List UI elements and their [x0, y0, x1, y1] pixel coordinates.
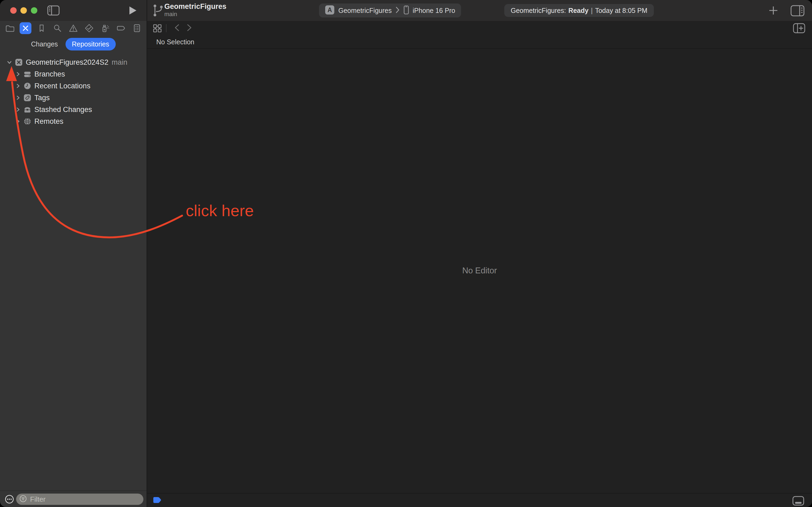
xcode-window: GeometricFigures main A GeometricFigures… — [0, 0, 812, 507]
traffic-close-button[interactable] — [10, 7, 17, 14]
add-editor-icon[interactable] — [793, 23, 806, 34]
activity-status: GeometricFigures: Ready | Today at 8:05 … — [504, 4, 654, 17]
reports-navigator-icon[interactable] — [131, 22, 143, 34]
chevron-right-icon[interactable] — [14, 95, 21, 101]
source-control-navigator-icon[interactable] — [19, 22, 32, 34]
toolbar-project-branch: main — [164, 11, 226, 17]
breakpoints-toggle-icon[interactable] — [153, 497, 162, 504]
scheme-destination-label: iPhone 16 Pro — [413, 7, 455, 14]
tree-label: Tags — [35, 94, 50, 102]
tree-label: GeometricFigures2024S2 — [26, 58, 109, 67]
globe-icon — [23, 117, 32, 126]
tag-icon — [23, 94, 32, 102]
source-control-sidebar: Changes Repositories GeometricFigures202… — [0, 36, 147, 490]
repositories-tree: GeometricFigures2024S2 main Branches — [0, 56, 147, 127]
chevron-right-icon[interactable] — [14, 83, 21, 89]
status-state-label: Ready — [569, 7, 589, 14]
tree-branch-label: main — [112, 58, 127, 67]
navigator-segmented-control: Changes Repositories — [0, 36, 147, 53]
no-editor-label: No Editor — [147, 266, 812, 276]
tree-row-recent-locations[interactable]: Recent Locations — [0, 80, 147, 92]
status-time-label: Today at 8:05 PM — [595, 7, 647, 14]
tree-row-remotes[interactable]: Remotes — [0, 115, 147, 127]
navigator-filter-bar — [0, 490, 147, 507]
tree-row-branches[interactable]: Branches — [0, 68, 147, 80]
filter-field[interactable] — [16, 494, 143, 505]
tree-row-stashed-changes[interactable]: Stashed Changes — [0, 104, 147, 115]
repository-icon — [14, 58, 23, 67]
toggle-sidebar-icon[interactable] — [47, 5, 60, 17]
jump-bar-selection: No Selection — [156, 38, 194, 46]
status-separator: | — [591, 7, 593, 14]
add-button[interactable] — [768, 6, 778, 16]
chevron-right-icon[interactable] — [14, 107, 21, 112]
editor-jump-bar: No Selection — [147, 36, 812, 49]
related-items-icon[interactable] — [152, 23, 163, 34]
tree-row-tags[interactable]: Tags — [0, 92, 147, 104]
traffic-minimize-button[interactable] — [20, 7, 27, 14]
annotation-label: click here — [186, 202, 254, 220]
ellipsis-circle-icon[interactable] — [5, 495, 14, 505]
traffic-maximize-button[interactable] — [31, 7, 37, 14]
tab-changes[interactable]: Changes — [31, 40, 58, 48]
tree-label: Remotes — [35, 117, 63, 126]
chevron-right-icon[interactable] — [14, 119, 21, 124]
breakpoints-navigator-icon[interactable] — [115, 22, 127, 34]
stash-box-icon — [23, 105, 32, 114]
filter-icon — [19, 495, 27, 504]
tree-label: Stashed Changes — [35, 106, 92, 114]
clock-icon — [23, 81, 32, 90]
tab-repositories[interactable]: Repositories — [65, 38, 116, 51]
toolbar-project-block: GeometricFigures main — [164, 2, 226, 17]
scheme-target-label: GeometricFigures — [338, 7, 392, 14]
toolbar: GeometricFigures main A GeometricFigures… — [0, 0, 812, 21]
debug-navigator-icon[interactable] — [99, 22, 111, 34]
toolbar-project-title: GeometricFigures — [164, 2, 226, 11]
app-icon: A — [325, 5, 335, 16]
tree-row-repository[interactable]: GeometricFigures2024S2 main — [0, 56, 147, 68]
find-navigator-icon[interactable] — [52, 22, 63, 34]
scheme-selector[interactable]: A GeometricFigures iPhone 16 Pro — [319, 3, 461, 17]
debug-area-toggle-icon[interactable] — [792, 496, 805, 507]
chevron-down-icon[interactable] — [6, 60, 13, 65]
go-back-icon[interactable] — [173, 23, 180, 33]
iphone-icon — [404, 5, 409, 15]
tab-bar-divider — [166, 24, 167, 32]
chevron-right-icon[interactable] — [14, 71, 21, 77]
tree-label: Branches — [35, 70, 65, 78]
bookmarks-navigator-icon[interactable] — [36, 22, 48, 34]
tree-label: Recent Locations — [35, 82, 91, 90]
chevron-right-icon — [396, 6, 400, 14]
navigator-tab-bar — [0, 21, 147, 36]
source-control-branch-icon — [152, 4, 164, 18]
run-button[interactable] — [129, 6, 137, 16]
branches-icon — [23, 70, 32, 78]
issues-navigator-icon[interactable] — [67, 22, 79, 34]
tests-navigator-icon[interactable] — [83, 22, 95, 34]
project-navigator-icon[interactable] — [4, 22, 15, 34]
sidebar-divider[interactable] — [147, 0, 147, 507]
filter-input[interactable] — [30, 495, 119, 504]
svg-text:A: A — [328, 6, 332, 13]
go-forward-icon[interactable] — [186, 23, 193, 33]
editor-debug-bar — [147, 493, 812, 507]
status-app-label: GeometricFigures: — [511, 7, 566, 14]
inspector-toggle-icon[interactable] — [791, 5, 805, 17]
editor-tab-bar — [147, 21, 812, 36]
